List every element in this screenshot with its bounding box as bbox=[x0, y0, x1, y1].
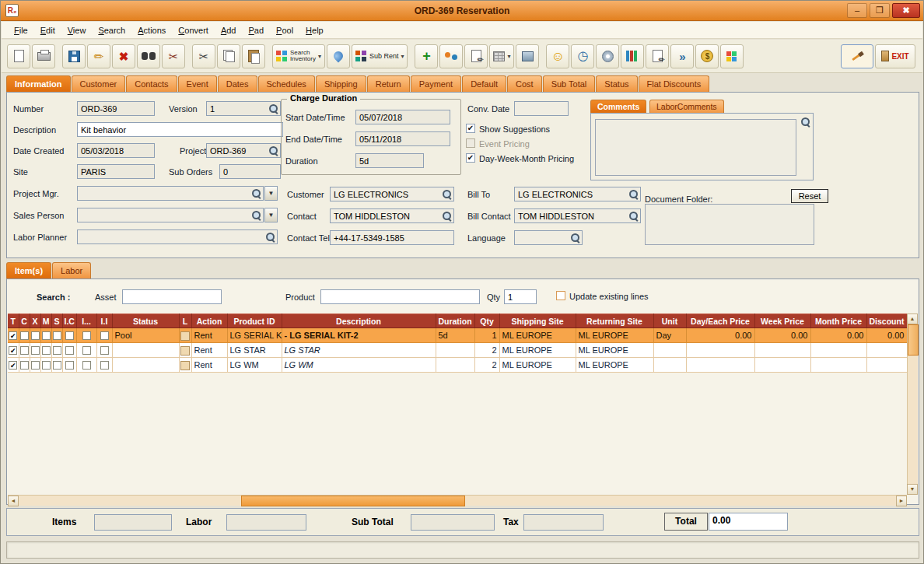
tab-dates[interactable]: Dates bbox=[218, 75, 257, 92]
print-button[interactable] bbox=[32, 44, 55, 68]
search-icon[interactable] bbox=[251, 188, 261, 198]
menu-pad[interactable]: Pad bbox=[242, 23, 270, 37]
site-print-button[interactable] bbox=[516, 44, 539, 68]
search-icon[interactable] bbox=[800, 117, 810, 127]
add-line-button[interactable]: + bbox=[415, 44, 438, 68]
sales-person-dropdown-button[interactable]: ▼ bbox=[264, 208, 278, 222]
date-created-field[interactable]: 05/03/2018 bbox=[77, 143, 155, 158]
horizontal-scrollbar-thumb[interactable] bbox=[241, 496, 465, 506]
col-shipping-site[interactable]: Shipping Site bbox=[499, 314, 576, 328]
crew-planner-button[interactable] bbox=[841, 44, 873, 68]
save-button[interactable] bbox=[62, 44, 86, 68]
row-checkbox-t[interactable]: ✔ bbox=[9, 346, 17, 355]
row-checkbox-m[interactable] bbox=[42, 331, 51, 340]
show-suggestions-checkbox[interactable]: ✔ bbox=[466, 124, 475, 133]
number-field[interactable]: ORD-369 bbox=[77, 101, 155, 116]
comments-textarea[interactable] bbox=[595, 119, 796, 176]
reset-button[interactable]: Reset bbox=[791, 189, 828, 203]
scroll-right-button[interactable]: ► bbox=[896, 496, 907, 506]
customer-field[interactable]: LG ELECTRONICS bbox=[330, 187, 454, 201]
row-checkbox-ii[interactable] bbox=[100, 346, 109, 355]
tab-status[interactable]: Status bbox=[596, 75, 637, 92]
tab-event[interactable]: Event bbox=[178, 75, 217, 92]
row-checkbox-s[interactable] bbox=[53, 346, 61, 355]
find-button[interactable] bbox=[137, 44, 160, 68]
edit-button[interactable]: ✏ bbox=[87, 44, 110, 68]
col-discount[interactable]: Discount bbox=[866, 314, 907, 328]
end-date-field[interactable]: 05/11/2018 bbox=[355, 131, 450, 146]
tab-contacts[interactable]: Contacts bbox=[126, 75, 177, 92]
tab-labor-comments[interactable]: LaborComments bbox=[649, 100, 724, 114]
duration-field[interactable]: 5d bbox=[355, 153, 424, 168]
money-button[interactable]: $ bbox=[695, 44, 719, 68]
update-existing-lines-checkbox[interactable] bbox=[556, 291, 565, 300]
asset-input[interactable] bbox=[122, 289, 222, 304]
row-checkbox-m[interactable] bbox=[42, 346, 51, 355]
menu-pool[interactable]: Pool bbox=[270, 23, 299, 37]
project-mgr-dropdown-button[interactable]: ▼ bbox=[264, 186, 278, 201]
row-checkbox-c[interactable] bbox=[20, 361, 29, 370]
col-x[interactable]: X bbox=[30, 314, 40, 328]
search-icon[interactable] bbox=[251, 210, 261, 220]
row-checkbox-ii[interactable] bbox=[100, 361, 109, 370]
row-checkbox-m[interactable] bbox=[42, 361, 51, 370]
group-items-button[interactable] bbox=[439, 44, 463, 68]
table-row[interactable]: ✔ Pool Rent LG SERIAL KIT-2 - LG SERIAL … bbox=[8, 328, 907, 343]
col-returning-site[interactable]: Returning Site bbox=[576, 314, 653, 328]
search-inventory-button[interactable]: SearchInventory ▾ bbox=[272, 44, 325, 68]
col-duration[interactable]: Duration bbox=[436, 314, 474, 328]
copy-button[interactable] bbox=[217, 44, 240, 68]
close-button[interactable]: ✖ bbox=[892, 3, 920, 18]
tab-comments[interactable]: Comments bbox=[590, 100, 646, 114]
tab-payment[interactable]: Payment bbox=[411, 75, 461, 92]
search-icon[interactable] bbox=[628, 211, 639, 221]
event-pricing-checkbox[interactable] bbox=[466, 138, 475, 148]
calendar-grid-button[interactable]: ▾ bbox=[489, 44, 514, 68]
row-checkbox-x[interactable] bbox=[31, 361, 40, 370]
menu-file[interactable]: File bbox=[8, 23, 34, 37]
search-icon[interactable] bbox=[442, 189, 452, 199]
sub-rent-button[interactable]: Sub Rent ▾ bbox=[352, 44, 408, 68]
transfer-button[interactable]: » bbox=[670, 44, 694, 68]
catalog-books-button[interactable] bbox=[621, 44, 644, 68]
col-l[interactable]: L bbox=[179, 314, 191, 328]
menu-edit[interactable]: Edit bbox=[34, 23, 61, 37]
row-checkbox-ic[interactable] bbox=[65, 361, 74, 370]
search-icon[interactable] bbox=[628, 189, 639, 199]
customer-smiley-button[interactable]: ☺ bbox=[546, 44, 569, 68]
row-checkbox-ic[interactable] bbox=[65, 346, 74, 355]
col-ic[interactable]: I.C bbox=[62, 314, 76, 328]
tab-items[interactable]: Item(s) bbox=[6, 262, 51, 278]
language-field[interactable] bbox=[514, 230, 583, 245]
tab-information[interactable]: Information bbox=[6, 75, 71, 92]
tab-flat-discounts[interactable]: Flat Discounts bbox=[639, 75, 710, 92]
col-week-price[interactable]: Week Price bbox=[754, 314, 810, 328]
vertical-scrollbar[interactable]: ▲ ▼ bbox=[907, 314, 918, 495]
new-document-button[interactable] bbox=[7, 44, 30, 68]
product-input[interactable] bbox=[320, 289, 480, 304]
search-icon[interactable] bbox=[570, 233, 580, 243]
col-status[interactable]: Status bbox=[112, 314, 179, 328]
row-checkbox-idots[interactable] bbox=[82, 346, 91, 355]
menu-search[interactable]: Search bbox=[92, 23, 131, 37]
tab-shipping[interactable]: Shipping bbox=[316, 75, 366, 92]
row-checkbox-ii[interactable] bbox=[100, 331, 109, 340]
cut-sheet-button[interactable]: ✂ bbox=[162, 44, 185, 68]
time-button[interactable]: ◷ bbox=[571, 44, 594, 68]
day-week-month-pricing-checkbox[interactable]: ✔ bbox=[466, 153, 475, 163]
disc-button[interactable] bbox=[596, 44, 619, 68]
row-checkbox-t[interactable]: ✔ bbox=[9, 361, 17, 370]
col-s[interactable]: S bbox=[51, 314, 62, 328]
col-month-price[interactable]: Month Price bbox=[810, 314, 866, 328]
col-qty[interactable]: Qty bbox=[474, 314, 499, 328]
paste-button[interactable] bbox=[242, 44, 265, 68]
horizontal-scrollbar[interactable]: ◄ ► bbox=[8, 495, 907, 506]
col-ii[interactable]: I.I bbox=[96, 314, 112, 328]
conv-date-field[interactable] bbox=[514, 101, 569, 116]
tab-cost[interactable]: Cost bbox=[507, 75, 542, 92]
row-checkbox-s[interactable] bbox=[53, 331, 61, 340]
scroll-up-button[interactable]: ▲ bbox=[907, 314, 918, 324]
delete-button[interactable]: ✖ bbox=[112, 44, 135, 68]
line-notes-button[interactable] bbox=[180, 361, 190, 370]
menu-actions[interactable]: Actions bbox=[131, 23, 172, 37]
